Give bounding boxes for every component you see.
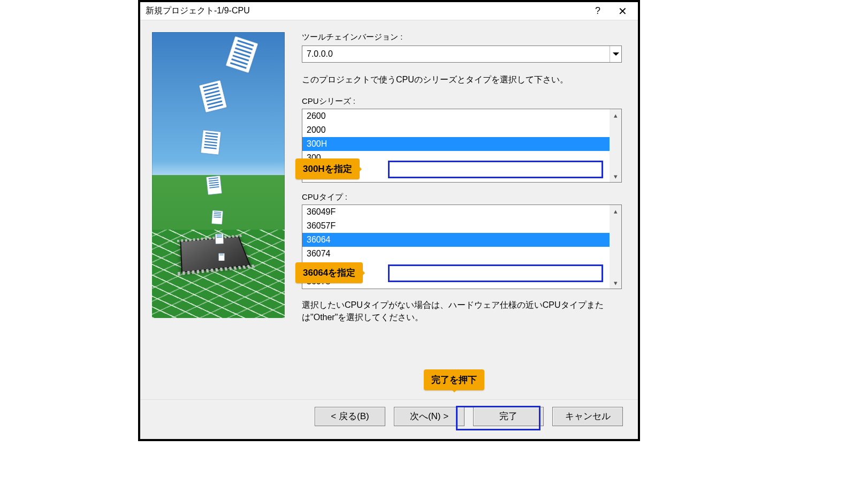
toolchain-version-combo[interactable]: 7.0.0.0 — [302, 46, 622, 63]
list-item[interactable]: 36064 — [302, 233, 610, 247]
list-item[interactable]: 2000 — [302, 123, 610, 137]
toolchain-version-value: 7.0.0.0 — [307, 49, 610, 59]
cancel-button[interactable]: キャンセル — [552, 407, 623, 426]
scrollbar[interactable]: ▴ ▾ — [610, 205, 621, 289]
window-title: 新規プロジェクト-1/9-CPU — [146, 5, 585, 17]
scroll-down-icon[interactable]: ▾ — [610, 277, 621, 289]
instruction-text: このプロジェクトで使うCPUのシリーズとタイプを選択して下さい。 — [302, 73, 622, 86]
wizard-illustration — [152, 32, 285, 318]
help-button[interactable]: ? — [585, 3, 610, 19]
close-button[interactable]: ✕ — [610, 3, 635, 19]
scrollbar[interactable]: ▴ ▾ — [610, 109, 621, 182]
cpu-type-label: CPUタイプ : — [302, 192, 622, 202]
scroll-up-icon[interactable]: ▴ — [610, 205, 621, 217]
scroll-up-icon[interactable]: ▴ — [610, 109, 621, 121]
back-button[interactable]: < 戻る(B) — [315, 407, 385, 426]
list-item[interactable]: 36049F — [302, 205, 610, 219]
scroll-down-icon[interactable]: ▾ — [610, 170, 621, 182]
titlebar: 新規プロジェクト-1/9-CPU ? ✕ — [140, 2, 638, 20]
list-item[interactable]: 2600 — [302, 109, 610, 123]
chevron-down-icon[interactable] — [610, 46, 621, 62]
cpu-series-label: CPUシリーズ : — [302, 96, 622, 107]
wizard-dialog: 新規プロジェクト-1/9-CPU ? ✕ ツールチ — [138, 0, 640, 441]
finish-button[interactable]: 完了 — [473, 407, 544, 426]
next-button[interactable]: 次へ(N) > — [394, 407, 465, 426]
list-item[interactable]: 36074 — [302, 247, 610, 261]
footnote-text: 選択したいCPUタイプがない場合は、ハードウェア仕様の近いCPUタイプまたは"O… — [302, 299, 622, 323]
wizard-footer: < 戻る(B) 次へ(N) > 完了 キャンセル — [140, 399, 638, 439]
callout-series: 300Hを指定 — [295, 158, 360, 179]
toolchain-version-label: ツールチェインバージョン : — [302, 32, 622, 42]
list-item[interactable]: 300H — [302, 137, 610, 151]
callout-finish: 完了を押下 — [424, 369, 484, 390]
list-item[interactable]: 36057F — [302, 219, 610, 233]
callout-type: 36064を指定 — [295, 262, 363, 283]
